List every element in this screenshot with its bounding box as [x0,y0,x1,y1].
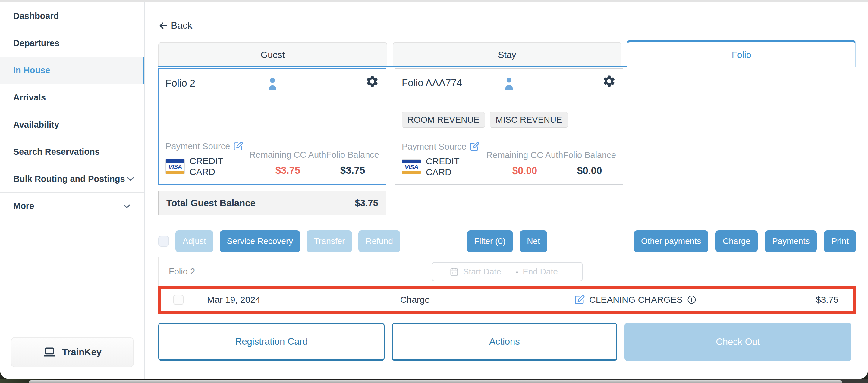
sidebar-item-arrivals[interactable]: Arrivals [0,84,144,111]
check-out-button[interactable]: Check Out [624,323,851,361]
tab-stay[interactable]: Stay [393,42,622,67]
sidebar-item-label: Search Reservations [13,147,100,157]
sidebar-item-departures[interactable]: Departures [0,30,144,57]
sidebar-item-bulk-routing[interactable]: Bulk Routing and Postings [0,165,144,193]
remaining-cc-auth-label: Remaining CC Auth [250,150,327,160]
guest-person-icon[interactable] [502,76,516,92]
charge-button[interactable]: Charge [715,230,758,252]
tab-bar: Guest Stay Folio [158,40,856,67]
transaction-row-highlighted[interactable]: Mar 19, 2024 Charge CLEANING CHARGES $3.… [158,286,856,314]
visa-label: VISA [402,163,421,171]
tab-label: Guest [261,50,285,60]
date-separator: - [516,267,518,276]
date-range-picker[interactable]: - [432,262,583,282]
back-label: Back [171,20,192,31]
sidebar-footer: TrainKey [0,325,144,379]
sidebar-item-dashboard[interactable]: Dashboard [0,2,144,30]
net-button[interactable]: Net [520,230,547,252]
tab-guest[interactable]: Guest [158,42,387,67]
folio-card-folio-2[interactable]: Folio 2 Payment Source [158,68,386,184]
transaction-description: CLEANING CHARGES [589,295,683,305]
guest-person-icon[interactable] [266,76,279,92]
edit-icon[interactable] [469,142,479,152]
transaction-description-cell: CLEANING CHARGES [490,294,816,305]
folio-section-title: Folio 2 [169,267,195,276]
chevron-down-icon [125,173,136,184]
visa-badge: VISA [165,159,185,174]
edit-icon[interactable] [574,294,585,305]
folio-balance-block: Folio Balance $0.00 [563,150,616,176]
info-icon[interactable] [687,295,696,304]
row-checkbox[interactable] [173,295,184,305]
remaining-cc-auth-block: Remaining CC Auth $0.00 [487,150,563,176]
tag-room-revenue: ROOM REVENUE [402,112,485,127]
payment-source-label: Payment Source [165,142,230,151]
back-button[interactable]: Back [158,20,192,31]
folio-balance-label: Folio Balance [563,150,616,160]
transaction-type: Charge [340,295,490,305]
tab-folio[interactable]: Folio [627,40,856,67]
laptop-icon [43,346,56,359]
gear-icon[interactable] [602,74,616,88]
registration-card-button[interactable]: Registration Card [158,323,384,361]
service-recovery-button[interactable]: Service Recovery [220,230,300,252]
folio-card-aaa774[interactable]: Folio AAA774 ROOM REVENUE MISC REVENUE [395,68,623,184]
filter-button[interactable]: Filter (0) [467,230,513,252]
sidebar-item-availability[interactable]: Availability [0,111,144,138]
folio-card-header: Folio 2 [165,75,379,96]
folio-card-footer: Payment Source VISA [165,141,379,177]
total-guest-balance-bar: Total Guest Balance $3.75 [158,191,386,215]
refund-button[interactable]: Refund [358,230,400,252]
payment-method: VISA CREDIT CARD [165,156,250,177]
visa-label: VISA [166,163,184,171]
back-arrow-icon [158,21,168,31]
sidebar: Dashboard Departures In House Arrivals A… [0,2,145,379]
transactions-toolbar: Adjust Service Recovery Transfer Refund … [158,230,856,252]
total-guest-balance-value: $3.75 [355,198,378,209]
select-all-checkbox[interactable] [158,236,169,247]
remaining-cc-auth-block: Remaining CC Auth $3.75 [250,150,327,176]
edit-icon[interactable] [233,141,243,151]
sidebar-item-label: Departures [13,38,59,48]
remaining-cc-auth-value: $0.00 [513,165,537,176]
folio-tags: ROOM REVENUE MISC REVENUE [402,112,616,127]
actions-button[interactable]: Actions [392,323,617,361]
sidebar-item-in-house[interactable]: In House [0,57,144,84]
calendar-icon [450,267,459,276]
transfer-button[interactable]: Transfer [307,230,352,252]
end-date-input[interactable] [523,267,565,276]
visa-badge: VISA [402,159,421,174]
transaction-amount: $3.75 [816,295,838,305]
print-button[interactable]: Print [824,230,856,252]
start-date-input[interactable] [463,267,512,276]
gear-icon[interactable] [365,75,379,88]
sidebar-item-search-reservations[interactable]: Search Reservations [0,138,144,165]
other-payments-button[interactable]: Other payments [634,230,708,252]
trainkey-button[interactable]: TrainKey [11,337,134,367]
toolbar-right-group: Other payments Charge Payments Print [634,230,856,252]
remaining-cc-auth-label: Remaining CC Auth [487,150,563,160]
transaction-date: Mar 19, 2024 [207,295,288,305]
folio-card-header: Folio AAA774 [402,74,616,95]
folio-balance-block: Folio Balance $3.75 [326,150,379,176]
transactions-table: Folio 2 - Mar 19, 2024 Charge [158,257,856,314]
transactions-table-header: Folio 2 - [158,257,856,286]
sidebar-item-label: In House [13,65,50,76]
tab-label: Folio [732,50,751,60]
adjust-button[interactable]: Adjust [176,230,213,252]
screen: Dashboard Departures In House Arrivals A… [0,0,868,383]
payment-method: VISA CREDIT CARD [402,156,487,178]
sidebar-item-more[interactable]: More [0,193,144,219]
main-content: Back Guest Stay Folio Folio 2 [145,2,868,379]
page-background-strip [0,379,868,383]
footer-actions: Registration Card Actions Check Out [158,323,856,361]
app-panel: Dashboard Departures In House Arrivals A… [0,2,868,379]
sidebar-item-label: Availability [13,120,59,130]
payments-button[interactable]: Payments [765,230,817,252]
background-window-edge [29,380,842,383]
folio-card-title: Folio 2 [165,78,195,89]
payment-source-block: Payment Source VISA [402,142,487,178]
trainkey-label: TrainKey [62,347,101,358]
payment-method-label: CREDIT CARD [190,156,229,177]
remaining-cc-auth-value: $3.75 [276,165,301,176]
